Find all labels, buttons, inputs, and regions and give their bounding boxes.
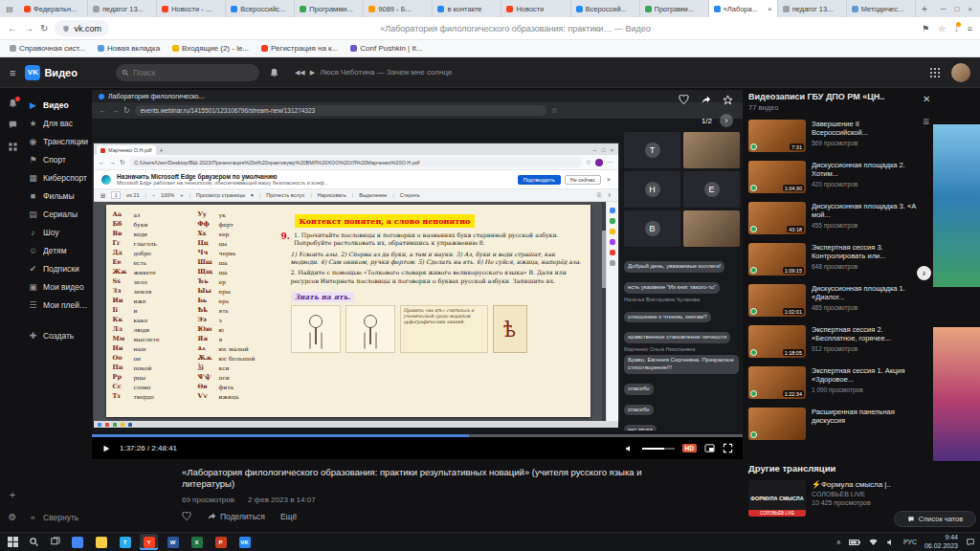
panel-settings-gear-icon[interactable]: ⚙ bbox=[9, 512, 17, 522]
back-icon[interactable]: ← bbox=[8, 23, 17, 33]
playlist-item[interactable]: 1:09:15 Экспертная сессия 3. Контролиров… bbox=[748, 243, 917, 276]
share-button[interactable]: Поделиться bbox=[207, 512, 265, 521]
hamburger-menu-icon[interactable]: ≡ bbox=[10, 67, 15, 78]
browser-tab[interactable]: Новости - ... × bbox=[157, 0, 226, 17]
participant-tile[interactable] bbox=[683, 132, 740, 168]
participant-tile[interactable] bbox=[683, 210, 740, 247]
more-button[interactable]: Ещё bbox=[280, 512, 297, 521]
downloads-icon[interactable]: ↓ bbox=[954, 24, 959, 33]
share-icon[interactable] bbox=[701, 95, 711, 105]
browser-tab[interactable]: Методичес... × bbox=[847, 0, 916, 17]
task-view-icon[interactable] bbox=[47, 535, 62, 550]
playlist-item[interactable]: 1:02:01 Дискуссионная площадка 1. «Диало… bbox=[748, 284, 917, 317]
playlist-item[interactable]: 1:22:34 Экспертная сессия 1. Акция «Здор… bbox=[748, 366, 917, 399]
search-input[interactable] bbox=[133, 68, 254, 77]
browser-tab[interactable]: 9089 - Б... × bbox=[364, 0, 433, 17]
new-tab-button[interactable]: + bbox=[916, 0, 933, 17]
browser-tab[interactable]: Всероссийс... × bbox=[226, 0, 295, 17]
sidebar-item[interactable]: ⚑ Спорт bbox=[25, 150, 92, 168]
video-info-title[interactable]: «Лаборатория филологического образования… bbox=[182, 467, 679, 491]
panel-add-icon[interactable]: + bbox=[10, 489, 15, 500]
sidebar-item[interactable]: ✔ Подписки bbox=[25, 259, 92, 277]
bookmark-item[interactable]: Регистрация на к... bbox=[261, 44, 338, 53]
language-indicator[interactable]: РУС bbox=[903, 539, 917, 545]
ad-banner[interactable] bbox=[933, 124, 980, 287]
wifi-icon[interactable] bbox=[868, 538, 879, 546]
browser-tab[interactable]: «Лабора... × bbox=[709, 0, 778, 17]
taskbar-app-icon[interactable]: Y bbox=[140, 534, 158, 550]
carousel-next-button[interactable]: › bbox=[917, 266, 931, 280]
browser-tab[interactable]: в контакте × bbox=[433, 0, 501, 17]
bookmark-flag-icon[interactable]: ⚑ bbox=[922, 24, 929, 33]
bookmark-item[interactable]: Conf Pushkin | It... bbox=[350, 44, 422, 53]
playlist-title[interactable]: Видеозаписи ГБУ ДПО РМ «ЦН.. bbox=[748, 92, 917, 101]
create-button[interactable]: ✚ Создать bbox=[25, 326, 92, 344]
sidebar-item[interactable]: ■ Фильмы bbox=[25, 187, 92, 205]
action-center-icon[interactable] bbox=[966, 538, 975, 547]
vk-video-logo[interactable]: VK Видео bbox=[25, 65, 78, 80]
music-play-icon[interactable]: ▶ bbox=[310, 69, 315, 77]
playlist-item[interactable]: 43:18 Дискуссионная площадка 3. «А мой..… bbox=[748, 202, 917, 234]
like-button[interactable] bbox=[182, 512, 191, 521]
url-field[interactable]: vk.com bbox=[55, 20, 109, 36]
play-button[interactable] bbox=[101, 444, 111, 453]
taskbar-app-icon[interactable]: VK bbox=[235, 534, 254, 550]
participant-tile[interactable]: В bbox=[624, 210, 680, 247]
participant-tile[interactable]: Е bbox=[683, 171, 740, 208]
taskbar-app-icon[interactable]: X bbox=[188, 534, 206, 550]
bookmark-star-icon[interactable] bbox=[723, 95, 733, 105]
search-bar[interactable] bbox=[116, 64, 259, 81]
sidebar-item[interactable]: ♪ Шоу bbox=[25, 223, 92, 241]
user-avatar[interactable] bbox=[951, 63, 970, 82]
participant-tile[interactable]: Т bbox=[624, 132, 680, 168]
quality-badge[interactable]: HD bbox=[682, 444, 697, 452]
video-player[interactable]: Лаборатория филологическо... ← → ↻ event… bbox=[92, 90, 743, 459]
chat-list-button[interactable]: Список чатов bbox=[894, 511, 976, 527]
browser-tab[interactable]: Всероссий... × bbox=[571, 0, 640, 17]
tab-close-icon[interactable]: × bbox=[768, 5, 772, 13]
bookmark-item[interactable]: Новая вкладка bbox=[98, 44, 160, 53]
carousel-next-icon[interactable]: › bbox=[720, 114, 733, 127]
playlist-item[interactable]: 1:18:05 Экспертная сессия 2. «Бесплатное… bbox=[748, 325, 917, 358]
panel-notifications-icon[interactable] bbox=[8, 98, 18, 108]
favorite-star-icon[interactable]: ☆ bbox=[938, 24, 946, 33]
tab-list-icon[interactable]: ▤ bbox=[0, 0, 19, 17]
volume-icon[interactable] bbox=[625, 444, 635, 453]
close-playlist-icon[interactable]: ✕ bbox=[923, 94, 930, 104]
sidebar-item[interactable]: ▶ Видео bbox=[25, 96, 92, 114]
music-player[interactable]: ◀◀ ▶ Люся Чеботина — Зачем мне солнце bbox=[295, 68, 452, 77]
taskbar-app-icon[interactable] bbox=[68, 534, 86, 550]
browser-tab[interactable]: Федеральн... × bbox=[19, 0, 88, 17]
sidebar-item[interactable]: ▣ Мои видео bbox=[25, 277, 92, 296]
forward-icon[interactable]: → bbox=[24, 23, 33, 33]
bookmark-item[interactable]: Входящие (2) - le... bbox=[172, 44, 249, 53]
start-button[interactable] bbox=[5, 535, 20, 550]
browser-tab[interactable]: педагог 13... × bbox=[778, 0, 847, 17]
minimize-button[interactable]: ─ bbox=[941, 5, 947, 13]
taskbar-app-icon[interactable]: T bbox=[116, 534, 134, 550]
sidebar-item[interactable]: ★ Для вас bbox=[25, 114, 92, 132]
taskbar-app-icon[interactable] bbox=[92, 534, 110, 550]
maximize-button[interactable]: □ bbox=[954, 5, 959, 13]
browser-tab[interactable]: Новости × bbox=[501, 0, 570, 17]
ad-banner-2[interactable] bbox=[933, 327, 980, 461]
participant-tile[interactable]: Н bbox=[624, 171, 680, 208]
sidebar-item[interactable]: ◉ Трансляции bbox=[25, 132, 92, 150]
refresh-icon[interactable]: ↻ bbox=[40, 23, 48, 33]
sidebar-item[interactable]: ☰ Мои плейлисты bbox=[25, 296, 92, 314]
browser-tab[interactable]: педагог 13... × bbox=[88, 0, 157, 17]
services-grid-icon[interactable] bbox=[929, 67, 941, 78]
like-heart-icon[interactable] bbox=[679, 95, 689, 105]
browser-tab[interactable]: Программ... × bbox=[640, 0, 709, 17]
taskbar-app-icon[interactable]: P bbox=[212, 534, 230, 550]
taskbar-app-icon[interactable]: W bbox=[164, 534, 182, 550]
music-prev-icon[interactable]: ◀◀ bbox=[295, 69, 305, 77]
browser-tab[interactable]: Программи... × bbox=[295, 0, 364, 17]
volume-slider[interactable] bbox=[642, 448, 675, 450]
fullscreen-icon[interactable] bbox=[723, 443, 733, 453]
tray-expand-icon[interactable]: ∧ bbox=[836, 539, 841, 546]
taskbar-search-icon[interactable] bbox=[26, 535, 41, 550]
taskbar-clock[interactable]: 9:44 06.02.2023 bbox=[924, 534, 958, 550]
speaker-icon[interactable] bbox=[886, 538, 896, 547]
sidebar-item[interactable]: ▤ Сериалы bbox=[25, 205, 92, 223]
